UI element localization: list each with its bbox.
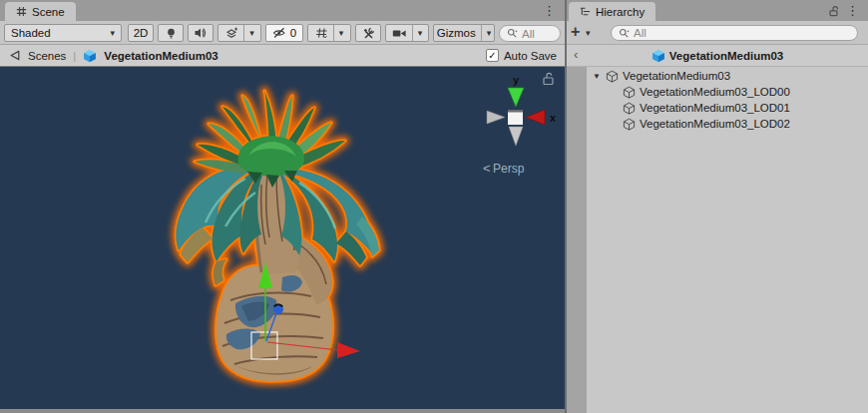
gameobject-cube-icon xyxy=(606,70,619,83)
hierarchy-menu-kebab-icon[interactable]: ⋮ xyxy=(846,3,859,18)
move-gizmo-x-arrowhead[interactable] xyxy=(337,342,360,358)
chevron-down-icon: ▾ xyxy=(110,29,115,38)
scene-lighting-button[interactable] xyxy=(158,24,184,42)
hierarchy-tabbar: Hierarchy ⋮ xyxy=(567,0,868,21)
tools-icon xyxy=(362,27,375,40)
gameobject-cube-icon xyxy=(623,86,636,99)
tree-row-label: VegetationMedium03_LOD02 xyxy=(640,118,790,130)
gameobject-cube-icon xyxy=(623,118,636,131)
scene-panel: Scene ⋮ Shaded ▾ 2D xyxy=(0,0,565,413)
unlock-icon[interactable] xyxy=(828,5,840,17)
tree-row-root[interactable]: ▼ VegetationMedium03 xyxy=(587,68,730,84)
search-icon xyxy=(507,28,518,39)
prefab-header-title: VegetationMedium03 xyxy=(669,50,783,62)
speaker-icon xyxy=(194,27,208,39)
gameobject-cube-icon xyxy=(623,102,636,115)
breadcrumb-separator: | xyxy=(73,50,76,62)
tree-row-lod0[interactable]: VegetationMedium03_LOD00 xyxy=(587,84,790,100)
scene-camera-button[interactable]: ▾ xyxy=(385,24,429,42)
projection-label[interactable]: Persp xyxy=(493,162,525,176)
breadcrumb-scenes[interactable]: Scenes xyxy=(28,50,66,62)
tab-scene-label: Scene xyxy=(32,6,65,18)
grid-axis-icon xyxy=(315,27,328,40)
lightbulb-icon xyxy=(165,27,178,40)
shading-mode-dropdown[interactable]: Shaded ▾ xyxy=(4,24,122,42)
separator xyxy=(481,25,482,41)
auto-save-label: Auto Save xyxy=(504,50,557,62)
auto-save-group: ✓ Auto Save xyxy=(486,49,557,62)
scene-viewport[interactable]: y x < Persp xyxy=(0,67,565,409)
foldout-arrow-icon[interactable]: ▼ xyxy=(592,72,602,81)
persp-arrow-icon: < xyxy=(483,161,491,176)
back-chevron-icon[interactable]: ‹ xyxy=(574,47,578,62)
hierarchy-search-input[interactable]: All xyxy=(611,25,858,41)
chevron-down-icon[interactable]: ▾ xyxy=(586,29,591,38)
effects-icon xyxy=(224,27,238,40)
prefab-breadcrumb-bar: Scenes | VegetationMedium03 ✓ Auto Save xyxy=(0,45,565,67)
breadcrumb-current[interactable]: VegetationMedium03 xyxy=(104,50,217,62)
eye-slash-icon xyxy=(272,27,287,39)
prefab-header-row[interactable]: ‹ VegetationMedium03 xyxy=(567,45,868,67)
orientation-gizmo[interactable]: y x < Persp xyxy=(483,73,557,176)
tab-hierarchy-label: Hierarchy xyxy=(596,6,645,18)
scene-menu-kebab-icon[interactable]: ⋮ xyxy=(543,3,556,18)
hidden-count: 0 xyxy=(290,27,296,39)
scene-toolbar: Shaded ▾ 2D xyxy=(0,21,565,45)
hierarchy-tree: ▼ VegetationMedium03 VegetationMedium03_… xyxy=(567,67,868,413)
viewport-lock-icon[interactable] xyxy=(544,73,553,84)
axis-left-cone[interactable] xyxy=(487,111,505,124)
tree-row-label: VegetationMedium03_LOD01 xyxy=(640,102,790,114)
axis-y-cone[interactable] xyxy=(508,88,524,107)
shading-mode-label: Shaded xyxy=(11,27,51,39)
add-object-button[interactable]: + xyxy=(571,23,580,41)
separator xyxy=(333,25,334,41)
search-icon xyxy=(619,28,630,39)
camera-icon xyxy=(392,28,407,39)
tree-row-lod2[interactable]: VegetationMedium03_LOD02 xyxy=(587,116,790,132)
prefab-cube-icon xyxy=(651,49,665,63)
chevron-down-icon: ▾ xyxy=(418,29,423,38)
scenes-back-icon[interactable] xyxy=(8,49,21,62)
component-tools-button[interactable] xyxy=(355,24,381,42)
gizmos-dropdown[interactable]: Gizmos ▾ xyxy=(433,24,495,42)
axis-x-cone[interactable] xyxy=(526,110,545,125)
unity-editor-window: Scene ⋮ Shaded ▾ 2D xyxy=(0,0,868,413)
tab-scene[interactable]: Scene xyxy=(5,2,76,21)
separator xyxy=(243,25,244,41)
grid-icon xyxy=(16,6,27,17)
toggle-2d-label: 2D xyxy=(134,27,149,39)
tree-row-label: VegetationMedium03_LOD00 xyxy=(640,86,790,98)
scene-3d-render: y x < Persp xyxy=(0,67,565,409)
toggle-2d-button[interactable]: 2D xyxy=(128,24,154,42)
scene-search-input[interactable]: All xyxy=(499,25,561,42)
hierarchy-panel: Hierarchy ⋮ + ▾ All ‹ xyxy=(567,0,868,413)
prefab-cube-icon xyxy=(83,49,97,63)
chevron-down-icon: ▾ xyxy=(339,29,344,38)
checkmark-icon: ✓ xyxy=(488,51,496,61)
auto-save-checkbox[interactable]: ✓ xyxy=(486,49,499,62)
scene-search-placeholder: All xyxy=(522,28,535,40)
hierarchy-list-icon xyxy=(580,6,591,17)
axis-y-label: y xyxy=(513,74,520,86)
window-bottom-edge xyxy=(0,409,565,413)
scene-tabbar: Scene ⋮ xyxy=(0,0,565,21)
tab-hierarchy[interactable]: Hierarchy xyxy=(569,2,655,21)
visibility-gutter[interactable] xyxy=(567,67,587,413)
scene-audio-button[interactable] xyxy=(188,24,214,42)
tree-row-lod1[interactable]: VegetationMedium03_LOD01 xyxy=(587,100,790,116)
scene-visibility-button[interactable]: 0 xyxy=(265,24,303,42)
chevron-down-icon: ▾ xyxy=(487,29,492,38)
hierarchy-toolbar: + ▾ All xyxy=(567,21,868,45)
axis-center-cube-top xyxy=(508,110,523,113)
chevron-down-icon: ▾ xyxy=(249,29,254,38)
scene-effects-button[interactable]: ▾ xyxy=(217,24,261,42)
separator xyxy=(412,25,413,41)
grid-visual-button[interactable]: ▾ xyxy=(307,24,351,42)
hierarchy-search-placeholder: All xyxy=(634,27,647,39)
tree-row-label: VegetationMedium03 xyxy=(623,70,730,82)
gizmos-label: Gizmos xyxy=(437,27,476,39)
axis-x-label: x xyxy=(550,112,557,124)
axis-bottom-cone[interactable] xyxy=(509,127,523,146)
